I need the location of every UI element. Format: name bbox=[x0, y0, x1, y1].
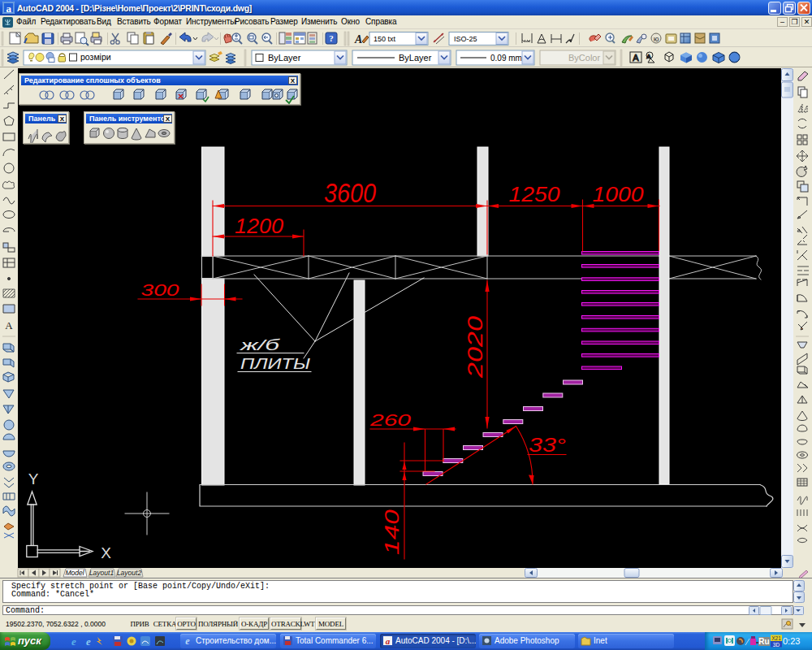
svg-text:e: e bbox=[185, 635, 190, 646]
svg-text:A: A bbox=[633, 53, 639, 63]
svg-text:1000: 1000 bbox=[593, 182, 645, 206]
svg-text:Model: Model bbox=[65, 569, 84, 577]
svg-text:260: 260 bbox=[369, 410, 412, 429]
svg-text:ж/б: ж/б bbox=[239, 336, 281, 353]
svg-text:2020: 2020 bbox=[463, 315, 487, 379]
svg-text:Layout2: Layout2 bbox=[117, 569, 142, 577]
svg-text:A: A bbox=[5, 319, 13, 332]
svg-text:3D: 3D bbox=[773, 642, 780, 648]
svg-text:1250: 1250 bbox=[509, 182, 561, 206]
svg-text:ByLayer: ByLayer bbox=[268, 53, 301, 63]
svg-text:a: a bbox=[386, 636, 391, 646]
svg-text:ю: ю bbox=[654, 35, 659, 43]
svg-text:0.09 mm: 0.09 mm bbox=[490, 54, 522, 63]
svg-text:a: a bbox=[6, 2, 11, 15]
svg-text:33°: 33° bbox=[529, 435, 566, 456]
svg-text:X21: X21 bbox=[771, 635, 781, 641]
svg-text:Ru: Ru bbox=[758, 637, 769, 646]
svg-text:ByLayer: ByLayer bbox=[399, 53, 432, 63]
svg-text:3600: 3600 bbox=[324, 178, 377, 208]
svg-text:X: X bbox=[101, 544, 111, 561]
svg-text:розміри: розміри bbox=[80, 52, 111, 62]
svg-text:Y: Y bbox=[28, 470, 39, 488]
svg-text:ByColor: ByColor bbox=[568, 53, 600, 63]
svg-text:1200: 1200 bbox=[235, 214, 284, 238]
svg-text:A: A bbox=[354, 33, 362, 46]
svg-text:Layout1: Layout1 bbox=[89, 569, 114, 577]
svg-text:e: e bbox=[71, 635, 76, 648]
svg-text:300: 300 bbox=[141, 280, 179, 299]
svg-text:150 txt: 150 txt bbox=[374, 35, 396, 43]
svg-text:?: ? bbox=[329, 33, 334, 43]
svg-text:e: e bbox=[86, 635, 91, 648]
svg-text:ISO-25: ISO-25 bbox=[454, 35, 477, 43]
svg-text:ПЛИТЫ: ПЛИТЫ bbox=[240, 356, 310, 372]
svg-text:140: 140 bbox=[382, 509, 403, 555]
